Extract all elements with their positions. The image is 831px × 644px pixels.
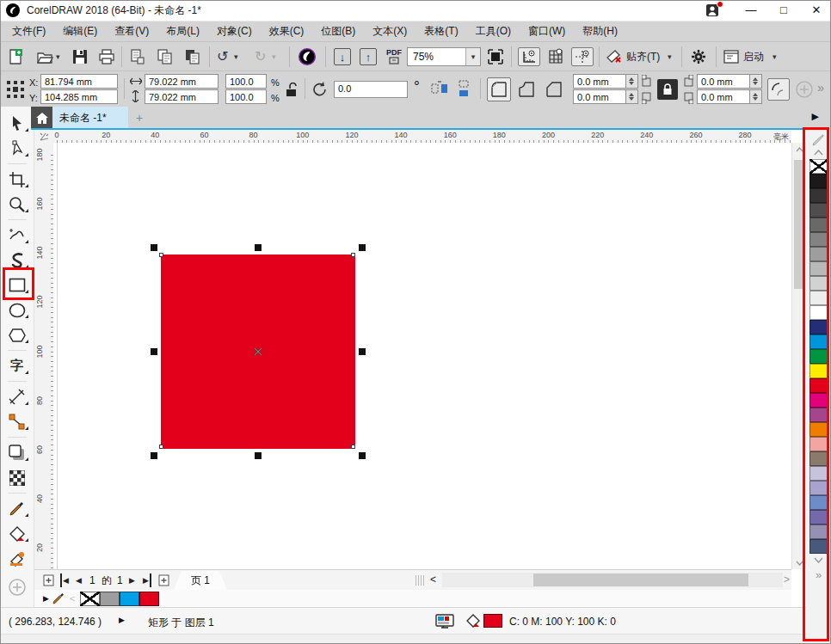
- dimension-tool[interactable]: [3, 385, 32, 408]
- color-swatch[interactable]: [809, 466, 828, 481]
- open-dropdown-arrow[interactable]: ▾: [56, 48, 60, 65]
- crop-tool[interactable]: [3, 168, 32, 191]
- lock-corners-button[interactable]: [657, 79, 678, 100]
- show-rulers-toggle[interactable]: [518, 47, 540, 66]
- selection-handle-bottom-right[interactable]: [359, 452, 366, 459]
- menu-item-text[interactable]: 文本(X): [364, 21, 416, 41]
- snap-menu[interactable]: 贴齐(T): [626, 48, 660, 65]
- palette-eyedropper-icon[interactable]: [812, 129, 825, 146]
- status-flyout-arrow[interactable]: ▶: [119, 616, 125, 624]
- color-swatch[interactable]: [809, 364, 828, 378]
- menu-item-object[interactable]: 对象(C): [208, 21, 261, 41]
- export-button[interactable]: ↑: [360, 48, 377, 65]
- color-swatch[interactable]: [809, 188, 828, 203]
- add-tools-button[interactable]: [3, 575, 32, 598]
- color-swatch[interactable]: [809, 334, 828, 349]
- zoom-level-select[interactable]: 75% ▾: [407, 47, 481, 66]
- account-icon[interactable]: [705, 3, 721, 17]
- first-page-button[interactable]: ◀: [60, 573, 69, 587]
- no-color-swatch[interactable]: [809, 159, 828, 174]
- scale-horizontal-field[interactable]: 100.0: [225, 74, 267, 89]
- close-button[interactable]: ✕: [807, 0, 826, 21]
- color-swatch[interactable]: [809, 539, 828, 554]
- maximize-button[interactable]: □: [774, 0, 793, 21]
- drop-shadow-tool[interactable]: [3, 441, 32, 464]
- object-center-marker[interactable]: [254, 347, 262, 356]
- zoom-tool[interactable]: [3, 193, 32, 216]
- undo-button[interactable]: ↺: [217, 48, 228, 65]
- freehand-tool[interactable]: [3, 224, 32, 247]
- color-swatch[interactable]: [809, 291, 828, 305]
- new-document-button[interactable]: [7, 48, 24, 65]
- document-tab-active[interactable]: 未命名 -1*: [52, 107, 128, 129]
- corner-radius-bl-spinner[interactable]: [626, 89, 638, 104]
- lock-ratio-icon[interactable]: [285, 83, 298, 97]
- color-swatch[interactable]: [809, 349, 828, 364]
- color-swatch[interactable]: [809, 232, 828, 247]
- color-swatch[interactable]: [139, 592, 159, 606]
- corner-radius-tl-spinner[interactable]: [626, 74, 638, 89]
- color-swatch[interactable]: [809, 393, 828, 408]
- corner-radius-br-spinner[interactable]: [750, 89, 762, 104]
- redo-dropdown-arrow[interactable]: ▾: [272, 48, 276, 65]
- corner-node-bottom-right[interactable]: [351, 445, 355, 449]
- save-button[interactable]: [72, 48, 88, 65]
- menu-item-edit[interactable]: 编辑(E): [54, 21, 106, 41]
- scroll-right-arrow[interactable]: >: [784, 573, 790, 586]
- fill-color-icon[interactable]: [465, 614, 481, 629]
- previous-page-button[interactable]: ◀: [76, 573, 82, 587]
- color-swatch[interactable]: [809, 320, 828, 334]
- color-swatch[interactable]: [809, 422, 828, 437]
- search-content-button[interactable]: [298, 48, 317, 65]
- fill-color-swatch[interactable]: [483, 614, 502, 628]
- scroll-up-arrow[interactable]: [792, 143, 807, 156]
- polygon-tool[interactable]: [3, 323, 32, 347]
- propbar-overflow-chevron[interactable]: »: [817, 81, 824, 95]
- vertical-scrollbar-thumb[interactable]: [794, 160, 805, 289]
- scroll-left-arrow[interactable]: <: [430, 573, 436, 586]
- mirror-horizontal-button[interactable]: [430, 79, 449, 98]
- menu-item-window[interactable]: 窗口(W): [520, 21, 574, 41]
- selection-handle-bottom-center[interactable]: [255, 452, 262, 459]
- document-palette-eyedropper-icon[interactable]: [52, 592, 65, 604]
- color-eyedropper-tool[interactable]: [3, 497, 32, 520]
- color-swatch[interactable]: [809, 203, 828, 218]
- palette-scroll-down-button[interactable]: [814, 554, 823, 567]
- vertical-ruler[interactable]: 18016014012010080604020: [34, 143, 53, 569]
- color-swatch[interactable]: [809, 218, 828, 232]
- object-height-field[interactable]: 79.022 mm: [145, 89, 219, 104]
- open-button[interactable]: [36, 48, 53, 65]
- welcome-home-button[interactable]: [31, 107, 52, 129]
- options-gear-button[interactable]: [690, 48, 707, 65]
- color-swatch[interactable]: [809, 495, 828, 510]
- selected-rectangle-shape[interactable]: [161, 255, 355, 449]
- palette-scroll-up-button[interactable]: [814, 146, 823, 159]
- color-swatch[interactable]: [809, 276, 828, 291]
- rectangle-tool[interactable]: [3, 273, 32, 297]
- menu-item-table[interactable]: 表格(T): [416, 21, 466, 41]
- paste-button[interactable]: [184, 48, 201, 65]
- corner-node-bottom-left[interactable]: [159, 445, 163, 449]
- color-swatch[interactable]: [809, 524, 828, 539]
- horizontal-ruler[interactable]: 毫米 0204060801001201401601802002202402602…: [53, 130, 791, 143]
- document-palette-scroll-left[interactable]: <: [70, 593, 75, 604]
- menu-item-layout[interactable]: 布局(L): [157, 21, 208, 41]
- document-palette-flyout-arrow[interactable]: ▶: [43, 594, 49, 603]
- redo-button[interactable]: ↻: [255, 48, 266, 65]
- tab-scroll-right-button[interactable]: ▶: [812, 111, 819, 122]
- next-page-button[interactable]: ▶: [129, 573, 135, 587]
- publish-pdf-button[interactable]: PDF: [384, 48, 404, 65]
- selection-handle-top-right[interactable]: [359, 244, 366, 251]
- page-tab[interactable]: 页 1: [174, 571, 227, 590]
- last-page-button[interactable]: ▶: [143, 573, 151, 587]
- fullscreen-preview-button[interactable]: [487, 48, 504, 65]
- transparency-tool[interactable]: [3, 466, 32, 489]
- relative-corner-scaling-button[interactable]: [767, 78, 790, 101]
- artistic-media-tool[interactable]: [3, 248, 32, 272]
- connector-tool[interactable]: [3, 410, 32, 433]
- color-swatch[interactable]: [100, 592, 120, 606]
- show-grid-toggle[interactable]: [547, 48, 564, 65]
- horizontal-scrollbar-thumb[interactable]: [533, 573, 748, 586]
- round-corner-button[interactable]: [487, 77, 511, 101]
- horizontal-scrollbar[interactable]: [442, 573, 783, 587]
